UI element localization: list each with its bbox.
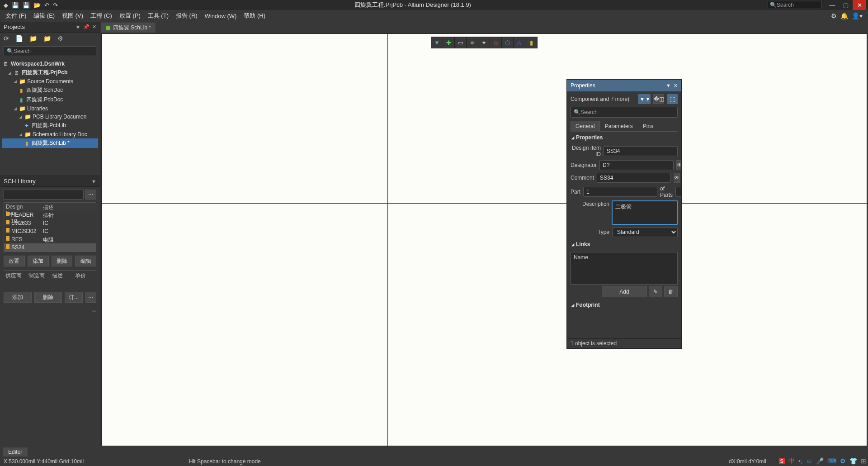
tree-schlib[interactable]: ▮四旋翼.SchLib *: [2, 138, 98, 148]
select-mode-icon[interactable]: �◫: [653, 94, 664, 104]
schlib-row[interactable]: LM2633IC: [4, 219, 96, 227]
close-button[interactable]: ✕: [853, 0, 866, 10]
menu-place[interactable]: 放置 (P): [116, 12, 144, 20]
refresh-icon[interactable]: ⟳: [4, 35, 9, 42]
tab-pins[interactable]: Pins: [638, 121, 658, 132]
polygon-tool-icon[interactable]: ⬠: [502, 37, 514, 48]
bell-icon[interactable]: 🔔: [840, 12, 848, 19]
panel-dropdown-icon[interactable]: ▼: [75, 24, 80, 30]
visibility-icon[interactable]: 👁: [676, 160, 681, 170]
schlib-filter-btn[interactable]: ⋯: [85, 190, 96, 200]
component-tool-icon[interactable]: ▮: [525, 37, 537, 48]
schlib-filter-combo[interactable]: [4, 190, 84, 200]
properties-filter-button[interactable]: ▼ ▾: [638, 94, 651, 104]
input-comment[interactable]: [597, 173, 671, 183]
panel-pin-icon[interactable]: 📌: [83, 24, 90, 30]
section-properties[interactable]: ◢Properties: [569, 132, 679, 143]
tray-skin[interactable]: 👕: [849, 457, 857, 465]
input-designator[interactable]: [599, 160, 674, 170]
tray-ime-mode[interactable]: 中: [788, 457, 795, 465]
move-tool-icon[interactable]: ✚: [443, 37, 455, 48]
rect-tool-icon[interactable]: ▭: [455, 37, 467, 48]
links-list[interactable]: Name: [571, 252, 678, 285]
select-mode2-icon[interactable]: ⬚: [667, 94, 678, 104]
ime-icon[interactable]: S: [779, 458, 785, 464]
schlib-col-design[interactable]: Design Item...: [4, 203, 41, 211]
section-links[interactable]: ◢Links: [569, 238, 679, 250]
schlib-row[interactable]: HEADER 10排针: [4, 211, 96, 219]
tray-keyboard[interactable]: ⌨: [827, 457, 836, 465]
schlib-edit-button[interactable]: 编辑: [75, 256, 96, 266]
properties-close-icon[interactable]: ✕: [674, 83, 678, 89]
snap-tool-icon[interactable]: ✦: [478, 37, 490, 48]
tree-libraries[interactable]: ◢📁Libraries: [2, 105, 98, 113]
menu-reports[interactable]: 报告 (R): [172, 12, 201, 20]
projects-search[interactable]: 🔍 Search: [4, 46, 96, 56]
schlib-col-desc[interactable]: 描述: [41, 203, 96, 211]
tray-punct[interactable]: •,: [798, 457, 802, 465]
menu-help[interactable]: 帮助 (H): [240, 12, 269, 20]
tray-toolbox[interactable]: ⊞: [861, 457, 866, 465]
schlib-sub-mfg[interactable]: 制造商: [27, 271, 50, 279]
save-icon[interactable]: 💾: [12, 2, 19, 9]
user-icon[interactable]: 👤▾: [852, 12, 863, 19]
maximize-button[interactable]: ▢: [839, 0, 853, 10]
align-tool-icon[interactable]: ≡: [467, 37, 478, 48]
input-description[interactable]: [612, 201, 678, 224]
tab-parameters[interactable]: Parameters: [600, 121, 638, 132]
folder-icon[interactable]: 📁: [29, 35, 37, 42]
menu-window[interactable]: Window (W): [201, 13, 241, 19]
input-parts-total[interactable]: [675, 187, 681, 197]
select-type[interactable]: Standard: [612, 227, 678, 237]
links-delete-button[interactable]: 🗑: [664, 286, 678, 297]
schlib-row[interactable]: RES电阻: [4, 235, 96, 243]
editor-tab[interactable]: Editor: [3, 447, 28, 456]
text-tool-icon[interactable]: A: [514, 37, 525, 48]
tray-emoji[interactable]: ☺: [806, 457, 812, 465]
properties-header[interactable]: Properties ▼ ✕: [567, 80, 681, 91]
input-part[interactable]: [583, 187, 657, 197]
properties-dropdown-icon[interactable]: ▼: [666, 83, 671, 88]
global-search[interactable]: 🔍 Search: [768, 1, 822, 9]
tray-settings[interactable]: ⚙: [840, 457, 846, 465]
schlib-row[interactable]: MIC29302IC: [4, 227, 96, 235]
schlib-add-button[interactable]: 添加: [28, 256, 49, 266]
tab-general[interactable]: General: [571, 121, 600, 132]
schematic-canvas[interactable]: ▼ ✚ ▭ ≡ ✦ ◇ ⬠ A ▮ 1 2 Properti: [101, 33, 867, 446]
panel-close-icon[interactable]: ✕: [92, 24, 96, 30]
tree-schdoc[interactable]: ▮四旋翼.SchDoc: [2, 86, 98, 95]
undo-icon[interactable]: ↶: [44, 2, 49, 9]
input-design-item[interactable]: [604, 146, 678, 156]
menu-edit[interactable]: 编辑 (E): [30, 12, 58, 20]
tree-pcbdoc[interactable]: ▮四旋翼.PcbDoc: [2, 95, 98, 105]
tree-workspace[interactable]: 🗎Workspace1.DsnWrk: [2, 60, 98, 68]
rotate-tool-icon[interactable]: ◇: [490, 37, 502, 48]
open-icon[interactable]: 📂: [33, 2, 41, 9]
filter-tool-icon[interactable]: ▼: [431, 37, 443, 48]
menu-view[interactable]: 视图 (V): [58, 12, 87, 20]
tree-source-docs[interactable]: ◢📁Source Documents: [2, 77, 98, 86]
settings-icon[interactable]: ⚙: [57, 35, 63, 42]
schlib-sub-vendor[interactable]: 供应商: [4, 271, 27, 279]
links-edit-button[interactable]: ✎: [649, 286, 662, 297]
menu-file[interactable]: 文件 (F): [2, 12, 30, 20]
doc-icon[interactable]: 📄: [15, 35, 23, 42]
schlib-sub-desc[interactable]: 描述: [50, 271, 73, 279]
links-add-button[interactable]: Add: [602, 286, 647, 297]
tray-mic[interactable]: 🎤: [816, 457, 824, 465]
schlib-add2-button[interactable]: 添加: [4, 292, 32, 303]
schlib-dropdown-icon[interactable]: ▼: [91, 179, 96, 184]
schlib-order-button[interactable]: 订...: [65, 292, 83, 303]
redo-icon[interactable]: ↷: [53, 2, 58, 9]
section-footprint[interactable]: ◢Footprint: [569, 299, 679, 311]
schlib-row[interactable]: SS34: [4, 243, 96, 252]
schlib-delete2-button[interactable]: 删除: [34, 292, 62, 303]
folder2-icon[interactable]: 📁: [43, 35, 51, 42]
visibility-icon[interactable]: 👁: [674, 173, 680, 183]
gear-icon[interactable]: ⚙: [831, 12, 837, 19]
tree-pcblib[interactable]: ✦四旋翼.PcbLib: [2, 121, 98, 130]
tree-schlib-folder[interactable]: ◢📁Schematic Library Doc: [2, 130, 98, 138]
menu-tools[interactable]: 工具 (T): [144, 12, 172, 20]
menu-project[interactable]: 工程 (C): [87, 12, 116, 20]
schlib-delete-button[interactable]: 删除: [52, 256, 73, 266]
